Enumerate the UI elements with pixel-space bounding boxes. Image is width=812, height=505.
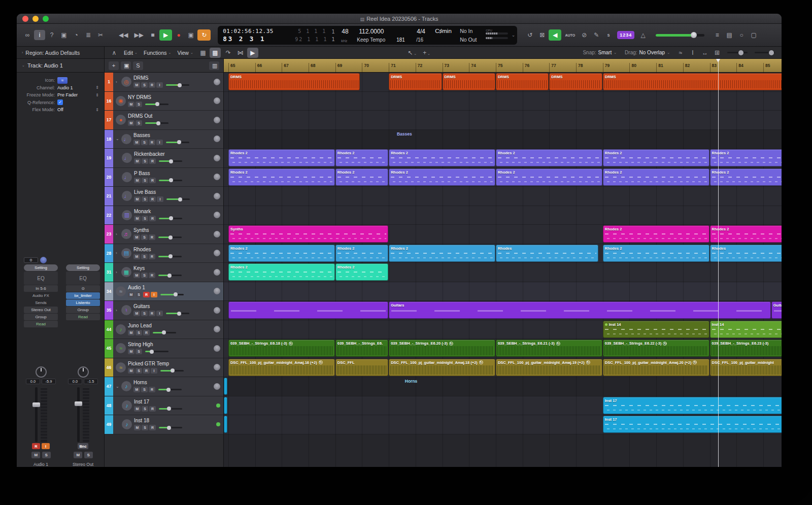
region-rhodes-2[interactable]: Rhodes 2: [603, 149, 709, 166]
p-bass-m-button[interactable]: M: [134, 178, 141, 183]
channel-param-row[interactable]: Channel: Audio 1 ⇕: [19, 84, 101, 92]
track-header-inst-18[interactable]: 49♪Inst 18MSR: [105, 415, 223, 434]
region-drms[interactable]: DRMS: [443, 73, 495, 90]
volume-slider[interactable]: [158, 237, 182, 238]
region-039-sebh-strings-e6-22-3[interactable]: 039_SEBH_-_Strings_E6.22 (-3)↻: [603, 340, 709, 357]
string-high-s-button[interactable]: S: [136, 349, 142, 354]
track-icon-chip[interactable]: ≈: [57, 77, 67, 84]
drms-r-button[interactable]: R: [149, 82, 155, 88]
lcd-key[interactable]: C♯min: [435, 28, 452, 34]
track-inspector-header[interactable]: ⌄ Track: Audio 1: [17, 59, 105, 73]
quick-help-icon[interactable]: ?: [46, 30, 57, 40]
lcd-time[interactable]: 01:02:56:12.35: [223, 28, 274, 35]
disclosure-triangle-icon[interactable]: ⌄: [116, 384, 119, 389]
pan-knob[interactable]: [214, 212, 220, 218]
lane-string-high[interactable]: 039_SEBH_-_Strings_E6.18 (-3)↻039_SEBH_-…: [224, 339, 782, 358]
loop-browser-icon[interactable]: ○: [736, 30, 747, 40]
r-button[interactable]: R: [32, 443, 40, 449]
region-rhodes-2[interactable]: Rhodes 2: [335, 169, 388, 186]
vertical-zoom-icon[interactable]: I: [687, 48, 698, 58]
track-header-juno-lead[interactable]: 44♪Juno LeadMSR: [105, 320, 223, 340]
master-volume-knob[interactable]: [691, 32, 697, 38]
cables-icon[interactable]: ∞: [22, 30, 33, 40]
volume-knob[interactable]: [162, 330, 166, 334]
lane-synths[interactable]: SynthsRhodes 2Rhodes 2: [224, 225, 782, 244]
tuner-icon[interactable]: ⊘: [579, 30, 590, 40]
live-bass-s-button[interactable]: S: [142, 196, 148, 202]
disclosure-triangle-icon[interactable]: ›: [116, 80, 119, 84]
toolbar-icon[interactable]: ▣: [58, 30, 70, 40]
track-header-rhodes[interactable]: 28›▤RhodesMSR: [105, 244, 223, 263]
flex-icon[interactable]: ⋈: [235, 48, 246, 58]
volume-slider[interactable]: [158, 389, 182, 390]
global-solo-button[interactable]: S: [133, 61, 143, 70]
juno-lead-m-button[interactable]: M: [128, 330, 134, 335]
list-editors-icon[interactable]: ≡: [712, 30, 723, 40]
track-header-inst-17[interactable]: 48♪Inst 17MSR: [105, 396, 223, 416]
pan-knob[interactable]: [214, 117, 220, 123]
live-bass-i-button[interactable]: I: [157, 196, 163, 202]
lane-juno-lead[interactable]: Inst 14Inst 14: [224, 320, 782, 340]
lane-audio-1[interactable]: [224, 282, 782, 301]
track-header-synths[interactable]: 23›♬SynthsMSR: [105, 225, 223, 244]
basses-r-button[interactable]: R: [149, 140, 155, 145]
volume-slider[interactable]: [160, 370, 184, 372]
fader-cap[interactable]: [32, 402, 40, 407]
disclosure-triangle-icon[interactable]: ›: [116, 270, 119, 275]
basses-i-button[interactable]: I: [156, 140, 163, 145]
gain-value[interactable]: 0: [24, 257, 38, 263]
volume-slider[interactable]: [145, 122, 168, 124]
pan-knob[interactable]: [214, 345, 220, 352]
region-rhodes[interactable]: Rhodes: [710, 245, 782, 262]
fader-slot[interactable]: [35, 387, 38, 442]
region-inst-14[interactable]: Inst 14: [603, 321, 709, 338]
edit-menu[interactable]: Edit⌄: [122, 49, 140, 57]
region-rhodes-2[interactable]: Rhodes 2: [335, 245, 388, 262]
master-volume-slider[interactable]: [656, 34, 704, 37]
lane-keys[interactable]: Rhodes 2Rhodes 2: [224, 263, 782, 282]
region-rhodes-2[interactable]: Rhodes 2: [335, 149, 388, 166]
icon-param-row[interactable]: Icon: ≈: [19, 77, 101, 84]
region-rhodes-2[interactable]: Rhodes 2: [710, 149, 782, 166]
volume-slider[interactable]: [166, 84, 189, 86]
guitars-m-button[interactable]: M: [133, 311, 140, 316]
lcd-signature[interactable]: 4/4: [417, 28, 425, 35]
picked-gtr-temp-r-button[interactable]: R: [143, 368, 150, 374]
inst-17-m-button[interactable]: M: [134, 406, 141, 412]
lane-live-bass[interactable]: [224, 187, 782, 206]
track-header-live-bass[interactable]: 21♩Live BassMSRI: [105, 187, 223, 206]
volume-knob[interactable]: [177, 140, 181, 144]
h-zoom-icon[interactable]: ↔: [699, 48, 710, 58]
volume-knob[interactable]: [177, 312, 181, 316]
pointer-tool-icon[interactable]: ↖ ⌄: [405, 48, 419, 58]
waveform-zoom-icon[interactable]: ≈: [675, 48, 686, 58]
pan-knob[interactable]: [214, 193, 220, 199]
volume-slider[interactable]: [159, 218, 182, 219]
h-zoom-slider[interactable]: [727, 52, 748, 53]
pan-knob[interactable]: [214, 307, 220, 314]
volume-slider[interactable]: [159, 408, 182, 410]
m-button[interactable]: M: [74, 452, 82, 458]
volume-knob[interactable]: [168, 235, 173, 240]
pan-knob[interactable]: [214, 326, 220, 332]
region-synths[interactable]: Synths: [228, 225, 388, 243]
pan-knob[interactable]: [214, 155, 220, 161]
region-dsc-ffl-100-pj-guitar-midnight[interactable]: DSC_FFL_100_pj_guitar_midnight: [710, 359, 782, 376]
region-rhodes-2[interactable]: Rhodes 2: [389, 169, 495, 186]
lane-monark[interactable]: [224, 206, 782, 225]
volume-value[interactable]: 0.0: [68, 379, 82, 384]
bx-limiter-slot[interactable]: bx_limiter: [66, 292, 100, 299]
region-dsc-ffl-100-pj-guitar-midnight-amaj-18-2[interactable]: DSC_FFL_100_pj_guitar_midnight_Amaj.18 (…: [389, 359, 495, 376]
volume-knob[interactable]: [167, 407, 171, 411]
volume-value[interactable]: 0.0: [26, 379, 40, 384]
volume-slider[interactable]: [166, 198, 190, 200]
i-button[interactable]: I: [42, 443, 50, 449]
live-bass-m-button[interactable]: M: [134, 196, 141, 202]
volume-slider[interactable]: [158, 256, 182, 257]
rewind-icon[interactable]: ◀◀: [116, 30, 130, 40]
region-dsc-ffl-100-pj-guitar-midnight-amaj-19-2[interactable]: DSC_FFL_100_pj_guitar_midnight_Amaj.19 (…: [496, 359, 602, 376]
region-inst-17[interactable]: Inst 17: [603, 416, 782, 433]
setting-slot[interactable]: Setting: [24, 264, 58, 271]
synths-m-button[interactable]: M: [133, 234, 140, 240]
autopunch-icon[interactable]: AUTO: [562, 31, 578, 39]
